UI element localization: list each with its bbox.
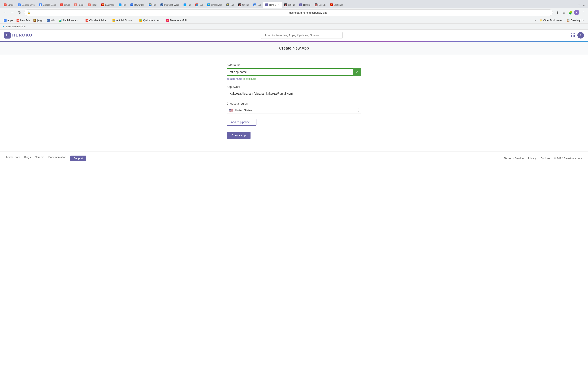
url-text: dashboard.heroku.com/new-app [289, 11, 550, 14]
tab-label: Tab [153, 4, 156, 6]
app-name-group: App name ✓ stt-app-name is available [227, 63, 361, 80]
tab-t22[interactable]: 🔑LastPass [328, 2, 345, 8]
tab-favicon: ⏱ [88, 3, 91, 6]
bookmark-7[interactable]: 🧪Qwiklabs + google... [138, 18, 164, 22]
footer-link-careers[interactable]: Careers [35, 156, 44, 161]
tab-t3[interactable]: 📄Google Docs [37, 2, 58, 8]
tab-label: Tab [230, 4, 234, 6]
toolbar-icons: ⬇ ☆ 🧩 A ⋮ [554, 10, 586, 16]
bookmark-icon: ☁ [86, 19, 88, 22]
download-icon[interactable]: ⬇ [554, 10, 560, 16]
tab-close-button[interactable]: × [277, 3, 280, 7]
bookmark-icon: ⭐ [166, 19, 169, 22]
app-name-highlight: stt-app-name [227, 77, 242, 80]
menu-icon[interactable]: ⋮ [580, 10, 586, 16]
support-button[interactable]: Support [70, 156, 86, 161]
bookmark-2[interactable]: 🐍jango [32, 18, 45, 22]
bookmark-label: Apps [7, 19, 13, 22]
tab-t8[interactable]: 🌐Tab [117, 2, 128, 8]
app-name-input[interactable] [227, 68, 353, 76]
folder-icon: 📁 [539, 19, 543, 22]
tab-t9[interactable]: 🛡Bitwarden [129, 2, 146, 8]
tab-t5[interactable]: ⏱Toggl [72, 2, 85, 8]
other-bookmarks[interactable]: 📁 Other Bookmarks [538, 18, 564, 22]
tab-label: Toggl [92, 4, 97, 6]
tab-t2[interactable]: ⬡Google Drive [16, 2, 37, 8]
bookmark-star-icon[interactable]: ☆ [561, 10, 567, 16]
tab-expand-button[interactable]: ⌄ [581, 3, 586, 7]
bookmark-0[interactable]: ⬡Apps [2, 18, 15, 22]
footer-link-blogs[interactable]: Blogs [24, 156, 31, 161]
app-name-label: App name [227, 63, 361, 66]
bookmark-6[interactable]: 🤖AutoML Vision Do... [111, 18, 138, 22]
tab-t13[interactable]: 🌐Tab [193, 2, 205, 8]
address-bar[interactable]: 🔒 dashboard.heroku.com/new-app [24, 9, 553, 16]
tab-favicon: 🐙 [238, 3, 241, 6]
reload-button[interactable]: ↻ [17, 10, 22, 16]
create-app-button[interactable]: Create app [227, 132, 251, 139]
region-select[interactable]: United States [227, 107, 361, 114]
footer-link-heroku[interactable]: heroku.com [6, 156, 20, 161]
bookmark-5[interactable]: ☁Cloud AutoML - C... [84, 18, 111, 22]
bookmark-label: Become a MLH M... [170, 19, 190, 22]
new-tab-button[interactable]: + [576, 3, 581, 7]
footer-link-privacy[interactable]: Privacy [528, 157, 536, 160]
bookmarks-bar: ⬡Apps✉New Tab🐍jango⚓Istio📊Stackdriver - … [0, 17, 588, 24]
region-flag: 🇺🇸 [229, 108, 233, 112]
tab-label: Google Drive [22, 4, 35, 6]
reading-list-icon: 📋 [567, 19, 570, 22]
bookmark-1[interactable]: ✉New Tab [15, 18, 31, 22]
tab-t21[interactable]: 🐙GitHub [312, 2, 328, 8]
search-input[interactable] [261, 32, 343, 39]
address-bar-row: ← → ↻ 🔒 dashboard.heroku.com/new-app ⬇ ☆… [0, 8, 588, 17]
bookmark-8[interactable]: ⭐Become a MLH M... [165, 18, 191, 22]
owner-select[interactable]: Kakooza Abraham (abrahamkakooza@gmail.co… [227, 90, 361, 97]
tab-label: GitHub [242, 4, 249, 6]
tab-label: LastPass [105, 4, 114, 6]
region-select-wrapper: 🇺🇸 United States [227, 107, 361, 114]
tab-t17[interactable]: 💻Tab [251, 2, 263, 8]
footer-link-documentation[interactable]: Documentation [48, 156, 66, 161]
tab-t12[interactable]: 🌐Tab [182, 2, 193, 8]
grid-icon[interactable] [571, 33, 575, 37]
tab-favicon: 🔑 [207, 3, 210, 6]
reading-list[interactable]: 📋 Reading List [565, 18, 586, 22]
tab-favicon: 🛡 [130, 3, 133, 6]
tab-t19[interactable]: 🐙GitHub [282, 2, 297, 8]
avatar[interactable]: A [574, 10, 579, 15]
tab-t16[interactable]: 🐙GitHub [236, 2, 251, 8]
forward-button[interactable]: → [9, 10, 15, 16]
tab-t18[interactable]: HHeroku× [263, 2, 282, 8]
tab-favicon: 🌐 [195, 3, 198, 6]
tab-bar: ✉Gmail⬡Google Drive📄Google Docs✉Gmail⏱To… [0, 0, 588, 8]
tab-t11[interactable]: WMicrosoft Word [158, 2, 182, 8]
tab-label: GitHub [319, 4, 325, 6]
lock-icon: 🔒 [27, 11, 288, 14]
add-to-pipeline-button[interactable]: Add to pipeline... [227, 119, 256, 125]
tab-t4[interactable]: ✉Gmail [58, 2, 72, 8]
tab-favicon: H [299, 3, 302, 6]
bookmarks-more-button[interactable]: » [535, 19, 536, 22]
footer-link-tos[interactable]: Terms of Service [504, 157, 524, 160]
bookmark-label: jango [37, 19, 43, 22]
tab-t1[interactable]: ✉Gmail [2, 2, 16, 8]
availability-text: stt-app-name is available [227, 77, 361, 80]
footer-link-cookies[interactable]: Cookies [541, 157, 550, 160]
bookmark-icon: 🧪 [139, 19, 142, 22]
tab-t6[interactable]: ⏱Toggl [86, 2, 99, 8]
tab-label: Heroku [303, 4, 310, 6]
tab-t20[interactable]: HHeroku [297, 2, 312, 8]
footer-left: heroku.com Blogs Careers Documentation S… [6, 156, 86, 161]
other-bookmarks-label: Other Bookmarks [543, 19, 562, 22]
tab-t14[interactable]: 🔑1Password [205, 2, 224, 8]
heroku-header: H HEROKU A [0, 30, 588, 41]
bookmark-3[interactable]: ⚓Istio [45, 18, 57, 22]
user-avatar[interactable]: A [577, 32, 584, 39]
bookmark-4[interactable]: 📊Stackdriver - Hybr... [57, 18, 84, 22]
tab-t15[interactable]: 💡Tab [224, 2, 236, 8]
tab-favicon: 🔑 [101, 3, 104, 6]
extensions-icon[interactable]: 🧩 [568, 10, 573, 16]
tab-t10[interactable]: 🌍Tab [147, 2, 158, 8]
back-button[interactable]: ← [2, 10, 8, 16]
tab-t7[interactable]: 🔑LastPass [99, 2, 116, 8]
